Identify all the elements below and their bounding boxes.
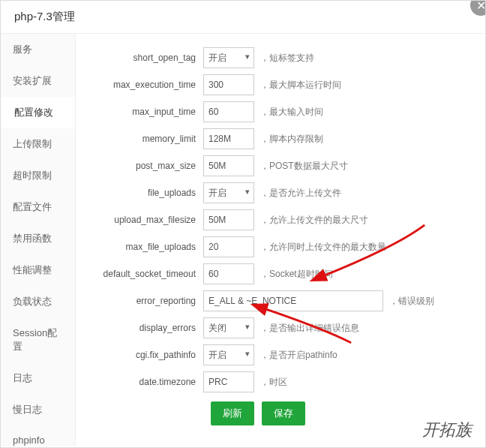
- setting-row-short_open_tag: short_open_tag开启，短标签支持: [83, 47, 478, 68]
- setting-row-memory_limit: memory_limit，脚本内存限制: [83, 128, 478, 149]
- setting-label: display_errors: [83, 323, 203, 333]
- setting-input-memory_limit[interactable]: [203, 128, 254, 149]
- setting-desc: ，允许同时上传文件的最大数量: [260, 241, 386, 254]
- sidebar-item-5[interactable]: 配置文件: [1, 191, 75, 223]
- sidebar-item-3[interactable]: 上传限制: [1, 128, 75, 160]
- setting-label: error_reporting: [83, 296, 203, 306]
- sidebar: 服务安装扩展配置修改上传限制超时限制配置文件禁用函数性能调整负载状态Sessio…: [1, 34, 76, 446]
- setting-input-upload_max_filesize[interactable]: [203, 209, 254, 230]
- watermark: 开拓族: [422, 419, 472, 441]
- setting-row-max_input_time: max_input_time，最大输入时间: [83, 101, 478, 122]
- modal-body: 服务安装扩展配置修改上传限制超时限制配置文件禁用函数性能调整负载状态Sessio…: [1, 34, 485, 446]
- setting-label: file_uploads: [83, 188, 203, 198]
- setting-label: post_max_size: [83, 161, 203, 171]
- setting-row-post_max_size: post_max_size，POST数据最大尺寸: [83, 155, 478, 176]
- php-config-modal: ✕ php-7.3管理 服务安装扩展配置修改上传限制超时限制配置文件禁用函数性能…: [0, 0, 486, 448]
- setting-row-default_socket_timeout: default_socket_timeout，Socket超时时间: [83, 263, 478, 284]
- setting-desc: ，是否输出详细错误信息: [260, 322, 359, 335]
- setting-row-cgi.fix_pathinfo: cgi.fix_pathinfo开启，是否开启pathinfo: [83, 344, 478, 365]
- modal-title: php-7.3管理: [1, 1, 485, 34]
- sidebar-item-11[interactable]: 慢日志: [1, 394, 75, 425]
- setting-row-file_uploads: file_uploads开启，是否允许上传文件: [83, 182, 478, 203]
- setting-input-max_input_time[interactable]: [203, 101, 254, 122]
- setting-desc: ，脚本内存限制: [260, 133, 323, 146]
- sidebar-item-8[interactable]: 负载状态: [1, 286, 75, 317]
- sidebar-item-1[interactable]: 安装扩展: [1, 65, 75, 97]
- setting-label: date.timezone: [83, 377, 203, 387]
- setting-label: max_file_uploads: [83, 242, 203, 252]
- setting-input-date.timezone[interactable]: [203, 371, 254, 392]
- sidebar-item-2[interactable]: 配置修改: [1, 97, 75, 128]
- setting-desc: ，错误级别: [389, 295, 434, 308]
- setting-label: cgi.fix_pathinfo: [83, 350, 203, 360]
- setting-row-max_execution_time: max_execution_time，最大脚本运行时间: [83, 74, 478, 95]
- setting-row-upload_max_filesize: upload_max_filesize，允许上传文件的最大尺寸: [83, 209, 478, 230]
- setting-select-display_errors[interactable]: 关闭: [203, 317, 254, 338]
- setting-desc: ，时区: [260, 376, 287, 389]
- setting-row-display_errors: display_errors关闭，是否输出详细错误信息: [83, 317, 478, 338]
- setting-select-short_open_tag[interactable]: 开启: [203, 47, 254, 68]
- setting-row-date.timezone: date.timezone，时区: [83, 371, 478, 392]
- setting-desc: ，是否允许上传文件: [260, 187, 341, 200]
- setting-desc: ，短标签支持: [260, 52, 314, 65]
- setting-label: short_open_tag: [83, 53, 203, 63]
- setting-desc: ，是否开启pathinfo: [260, 349, 338, 362]
- setting-desc: ，Socket超时时间: [260, 268, 333, 281]
- setting-input-error_reporting[interactable]: [203, 290, 383, 311]
- setting-label: default_socket_timeout: [83, 269, 203, 279]
- setting-label: max_execution_time: [83, 80, 203, 90]
- setting-input-max_execution_time[interactable]: [203, 74, 254, 95]
- setting-desc: ，最大输入时间: [260, 106, 323, 119]
- sidebar-item-6[interactable]: 禁用函数: [1, 223, 75, 254]
- save-button[interactable]: 保存: [262, 401, 305, 425]
- setting-input-default_socket_timeout[interactable]: [203, 263, 254, 284]
- setting-desc: ，最大脚本运行时间: [260, 79, 341, 92]
- setting-input-max_file_uploads[interactable]: [203, 236, 254, 257]
- setting-label: upload_max_filesize: [83, 215, 203, 225]
- sidebar-item-9[interactable]: Session配置: [1, 317, 75, 362]
- setting-desc: ，POST数据最大尺寸: [260, 160, 348, 173]
- setting-label: memory_limit: [83, 134, 203, 144]
- sidebar-item-7[interactable]: 性能调整: [1, 254, 75, 286]
- setting-input-post_max_size[interactable]: [203, 155, 254, 176]
- sidebar-item-12[interactable]: phpinfo: [1, 425, 75, 446]
- setting-select-file_uploads[interactable]: 开启: [203, 182, 254, 203]
- sidebar-item-4[interactable]: 超时限制: [1, 160, 75, 191]
- setting-row-max_file_uploads: max_file_uploads，允许同时上传文件的最大数量: [83, 236, 478, 257]
- setting-row-error_reporting: error_reporting，错误级别: [83, 290, 478, 311]
- refresh-button[interactable]: 刷新: [211, 401, 254, 425]
- sidebar-item-0[interactable]: 服务: [1, 34, 75, 65]
- setting-desc: ，允许上传文件的最大尺寸: [260, 214, 368, 227]
- setting-select-cgi.fix_pathinfo[interactable]: 开启: [203, 344, 254, 365]
- settings-content: short_open_tag开启，短标签支持max_execution_time…: [76, 34, 485, 446]
- sidebar-item-10[interactable]: 日志: [1, 362, 75, 394]
- setting-label: max_input_time: [83, 107, 203, 117]
